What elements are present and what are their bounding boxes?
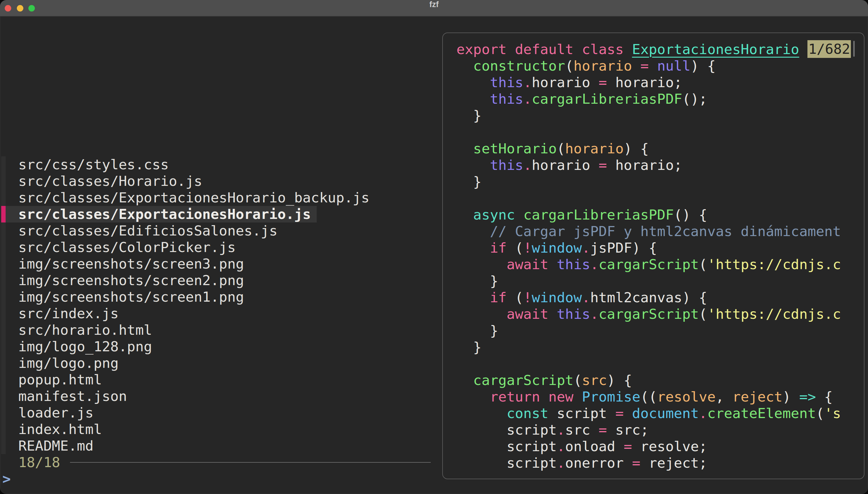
file-item-label: popup.html bbox=[18, 372, 102, 388]
file-item[interactable]: src/classes/EdificiosSalones.js bbox=[0, 223, 437, 239]
prompt-symbol[interactable]: > bbox=[2, 471, 11, 487]
code-line: await this.cargarScript('https://cdnjs.c bbox=[457, 256, 841, 273]
file-item-label: index.html bbox=[18, 421, 102, 438]
code-line: constructor(horario = null) { bbox=[457, 58, 841, 74]
file-item-label: src/classes/ColorPicker.js bbox=[18, 239, 236, 255]
match-counter: 18/18 bbox=[18, 454, 60, 471]
file-item-label: src/horario.html bbox=[18, 322, 152, 338]
file-item-label: img/logo.png bbox=[18, 355, 119, 372]
code-preview: export default class ExportacionesHorari… bbox=[457, 41, 841, 471]
file-item[interactable]: src/classes/Horario.js bbox=[0, 173, 437, 189]
code-line: const script = document.createElement('s bbox=[457, 405, 841, 422]
file-item[interactable]: img/logo_128.png bbox=[0, 338, 437, 355]
code-line: } bbox=[457, 339, 841, 356]
file-item[interactable]: popup.html bbox=[0, 372, 437, 388]
code-line: // Cargar jsPDF y html2canvas dinámicame… bbox=[457, 223, 841, 240]
code-line bbox=[457, 356, 841, 372]
code-line: await this.cargarScript('https://cdnjs.c bbox=[457, 306, 841, 322]
code-line: } bbox=[457, 107, 841, 124]
file-item-label: src/classes/ExportacionesHorario_backup.… bbox=[18, 189, 369, 206]
code-line: script.onload = resolve; bbox=[457, 438, 841, 455]
code-line: script.onerror = reject; bbox=[457, 455, 841, 471]
file-item[interactable]: img/screenshots/screen2.png bbox=[0, 272, 437, 289]
info-separator bbox=[70, 462, 431, 463]
file-item-label: img/screenshots/screen1.png bbox=[18, 289, 244, 305]
code-line: return new Promise((resolve, reject) => … bbox=[457, 388, 841, 405]
preview-scroll-indicator: 1/682 bbox=[807, 40, 851, 58]
file-item-label: img/screenshots/screen2.png bbox=[18, 272, 244, 289]
code-line bbox=[457, 190, 841, 207]
code-line: setHorario(horario) { bbox=[457, 140, 841, 157]
titlebar: fzf bbox=[0, 0, 868, 17]
file-item-label: src/classes/ExportacionesHorario.js bbox=[6, 206, 317, 223]
file-item[interactable]: manifest.json bbox=[0, 388, 437, 404]
file-item-label: src/index.js bbox=[18, 305, 119, 322]
code-line bbox=[457, 124, 841, 140]
file-item-label: README.md bbox=[18, 438, 94, 454]
window-title: fzf bbox=[0, 0, 868, 16]
file-item-label: manifest.json bbox=[18, 388, 127, 404]
code-line: async cargarLibreriasPDF() { bbox=[457, 207, 841, 223]
file-item[interactable]: index.html bbox=[0, 421, 437, 438]
file-item[interactable]: img/logo.png bbox=[0, 355, 437, 372]
preview-scrollbar[interactable] bbox=[853, 41, 855, 57]
code-line: if (!window.jsPDF) { bbox=[457, 240, 841, 256]
code-line: this.horario = horario; bbox=[457, 74, 841, 91]
file-item[interactable]: src/horario.html bbox=[0, 322, 437, 338]
file-item[interactable]: README.md bbox=[0, 438, 437, 454]
preview-pane: export default class ExportacionesHorari… bbox=[442, 33, 865, 479]
code-line: cargarScript(src) { bbox=[457, 372, 841, 388]
code-line: } bbox=[457, 273, 841, 289]
file-item-label: src/classes/EdificiosSalones.js bbox=[18, 223, 277, 239]
file-item-label: src/classes/Horario.js bbox=[18, 173, 202, 189]
file-item-label: src/css/styles.css bbox=[18, 156, 169, 173]
file-item[interactable]: src/classes/ColorPicker.js bbox=[0, 239, 437, 255]
code-line: this.cargarLibreriasPDF(); bbox=[457, 91, 841, 107]
code-line: } bbox=[457, 322, 841, 339]
file-item[interactable]: src/classes/ExportacionesHorario.js bbox=[0, 206, 437, 223]
code-line: this.horario = horario; bbox=[457, 157, 841, 173]
file-item[interactable]: src/css/styles.css bbox=[0, 156, 437, 173]
file-item[interactable]: img/screenshots/screen1.png bbox=[0, 289, 437, 305]
file-item-label: img/screenshots/screen3.png bbox=[18, 255, 244, 272]
file-item[interactable]: img/screenshots/screen3.png bbox=[0, 255, 437, 272]
code-line: if (!window.html2canvas) { bbox=[457, 289, 841, 306]
terminal-window: fzf src/css/styles.csssrc/classes/Horari… bbox=[0, 0, 868, 494]
code-line: export default class ExportacionesHorari… bbox=[457, 41, 841, 58]
terminal-content: src/css/styles.csssrc/classes/Horario.js… bbox=[0, 0, 868, 494]
file-item[interactable]: src/index.js bbox=[0, 305, 437, 322]
file-item-label: loader.js bbox=[18, 404, 94, 421]
file-item-label: img/logo_128.png bbox=[18, 338, 152, 355]
code-line: } bbox=[457, 173, 841, 190]
file-item[interactable]: src/classes/ExportacionesHorario_backup.… bbox=[0, 189, 437, 206]
code-line: script.src = src; bbox=[457, 422, 841, 438]
file-item[interactable]: loader.js bbox=[0, 404, 437, 421]
